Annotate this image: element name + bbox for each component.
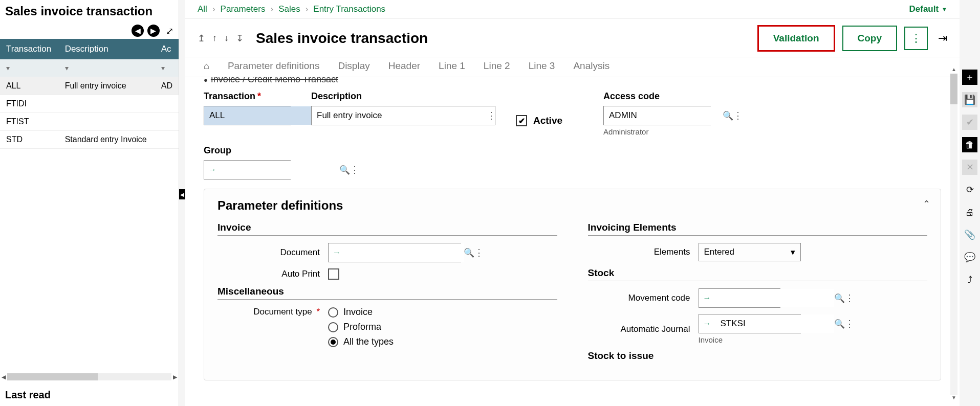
cell: ALL <box>0 77 59 95</box>
description-input[interactable]: ⋮ <box>311 106 495 125</box>
more-icon[interactable]: ⋮ <box>733 110 742 121</box>
search-icon[interactable]: 🔍 <box>834 293 845 304</box>
search-icon[interactable]: 🔍 <box>834 319 845 329</box>
new-icon[interactable]: ＋ <box>962 70 977 85</box>
document-field[interactable] <box>345 243 464 262</box>
scroll-down-icon[interactable]: ▼ <box>950 395 957 402</box>
left-panel: Sales invoice transaction ◀ ▶ ⤢ Transact… <box>0 0 179 406</box>
exit-icon[interactable]: ⇥ <box>938 32 947 45</box>
filter-transaction[interactable]: ▾ <box>0 59 59 77</box>
more-actions-button[interactable]: ⋮ <box>904 27 928 50</box>
movement-input[interactable]: → 🔍 ⋮ <box>699 288 780 308</box>
next-record-icon[interactable]: ↓ <box>224 33 229 44</box>
tab-line3[interactable]: Line 3 <box>529 60 555 72</box>
autoprint-checkbox[interactable] <box>328 268 339 280</box>
tab-line1[interactable]: Line 1 <box>439 60 465 72</box>
refresh-icon[interactable]: ⟳ <box>962 182 977 197</box>
document-label: Document <box>217 247 320 258</box>
search-icon[interactable]: 🔍 <box>339 165 350 175</box>
radio-proforma[interactable]: Proforma <box>328 322 394 332</box>
title-actions: Validation Copy ⋮ ⇥ <box>757 25 947 52</box>
document-input[interactable]: → 🔍 ⋮ <box>328 243 461 262</box>
stock-head: Stock <box>588 267 928 281</box>
left-nav-controls: ◀ ▶ ⤢ <box>0 22 179 39</box>
group-input[interactable]: → 🔍 ⋮ <box>204 160 291 179</box>
group-field[interactable] <box>221 161 339 179</box>
active-checkbox[interactable]: ✔ Active <box>516 105 562 136</box>
title-row: ↥ ↑ ↓ ↧ Sales invoice transaction Valida… <box>185 19 960 57</box>
transaction-field[interactable] <box>204 106 323 125</box>
search-icon[interactable]: 🔍 <box>723 110 733 121</box>
prev-record-icon[interactable]: ◀ <box>132 25 144 37</box>
view-selector[interactable]: Default ▼ <box>909 4 947 14</box>
access-code-field[interactable] <box>604 106 723 125</box>
tab-row: ⌂ Parameter definitions Display Header L… <box>185 57 960 77</box>
crumb-entry[interactable]: Entry Transactions <box>313 4 385 14</box>
tab-param-def[interactable]: Parameter definitions <box>228 60 320 72</box>
tab-analysis[interactable]: Analysis <box>573 60 609 72</box>
crumb-sales[interactable]: Sales <box>278 4 300 14</box>
close-icon[interactable]: ✕ <box>962 160 977 175</box>
tab-header[interactable]: Header <box>388 60 420 72</box>
transaction-input[interactable]: 🔍 ⋮ <box>204 106 291 125</box>
group-label: Group <box>204 145 291 156</box>
save-icon[interactable]: 💾 <box>962 92 977 107</box>
auto-journal-field[interactable] <box>715 314 834 333</box>
table-row[interactable]: ALL Full entry invoice AD <box>0 77 179 95</box>
arrow-right-icon: → <box>204 165 221 174</box>
cell: Full entry invoice <box>59 77 155 95</box>
crumb-parameters[interactable]: Parameters <box>221 4 266 14</box>
description-label: Description <box>311 91 495 102</box>
collapse-left-icon[interactable]: ◀ <box>179 189 185 199</box>
check-icon[interactable]: ✔ <box>962 115 977 130</box>
next-record-icon[interactable]: ▶ <box>147 25 160 37</box>
tab-display[interactable]: Display <box>338 60 369 72</box>
delete-icon[interactable]: 🗑 <box>962 137 977 152</box>
elements-select[interactable]: Entered ▾ <box>699 243 801 261</box>
scroll-left-icon[interactable]: ◀ <box>0 374 7 380</box>
first-record-icon[interactable]: ↥ <box>198 33 205 44</box>
last-record-icon[interactable]: ↧ <box>236 33 244 44</box>
copy-button[interactable]: Copy <box>842 26 898 51</box>
elements-label: Elements <box>588 247 690 257</box>
col-transaction[interactable]: Transaction <box>0 39 59 59</box>
expand-icon[interactable]: ⤢ <box>166 26 173 37</box>
attach-icon[interactable]: 📎 <box>962 227 977 242</box>
movement-field[interactable] <box>715 289 834 307</box>
access-code-input[interactable]: 🔍 ⋮ <box>603 106 711 125</box>
radio-invoice[interactable]: Invoice <box>328 307 394 318</box>
comment-icon[interactable]: 💬 <box>962 250 977 265</box>
v-scrollbar[interactable]: ▲ ▼ <box>950 66 957 402</box>
more-icon[interactable]: ⋮ <box>845 318 853 329</box>
filter-description[interactable]: ▾ <box>59 59 155 77</box>
more-icon[interactable]: ⋮ <box>350 164 358 175</box>
search-icon[interactable]: 🔍 <box>464 247 474 258</box>
auto-journal-input[interactable]: → 🔍 ⋮ <box>699 314 801 333</box>
description-field[interactable] <box>312 106 487 125</box>
table-row[interactable]: FTIST <box>0 113 179 131</box>
validation-button[interactable]: Validation <box>757 25 835 52</box>
misc-head: Miscellaneous <box>217 286 557 300</box>
scroll-up-icon[interactable]: ▲ <box>950 66 957 74</box>
table-row[interactable]: FTIDI <box>0 95 179 113</box>
radio-all-types[interactable]: All the types <box>328 336 394 347</box>
more-icon[interactable]: ⋮ <box>845 292 853 304</box>
crumb-all[interactable]: All <box>198 4 207 14</box>
more-icon[interactable]: ⋮ <box>474 247 483 258</box>
tab-line2[interactable]: Line 2 <box>484 60 510 72</box>
table-row[interactable]: STD Standard entry Invoice <box>0 131 179 149</box>
cell: FTIST <box>0 113 59 131</box>
prev-record-icon[interactable]: ↑ <box>212 33 217 44</box>
more-icon[interactable]: ⋮ <box>487 110 495 121</box>
collapse-section-icon[interactable]: ⌃ <box>923 198 930 210</box>
col-description[interactable]: Description <box>59 39 155 59</box>
export-icon[interactable]: ⤴ <box>962 272 977 287</box>
arrow-right-icon: → <box>329 248 345 257</box>
scroll-right-icon[interactable]: ▶ <box>171 374 179 380</box>
col-access[interactable]: Ac <box>155 39 179 59</box>
home-tab-icon[interactable]: ⌂ <box>204 61 209 72</box>
filter-access[interactable]: ▾ <box>155 59 179 77</box>
h-scrollbar[interactable]: ◀ ▶ <box>0 372 179 381</box>
print-icon[interactable]: 🖨 <box>962 205 977 220</box>
cell: AD <box>155 77 179 95</box>
